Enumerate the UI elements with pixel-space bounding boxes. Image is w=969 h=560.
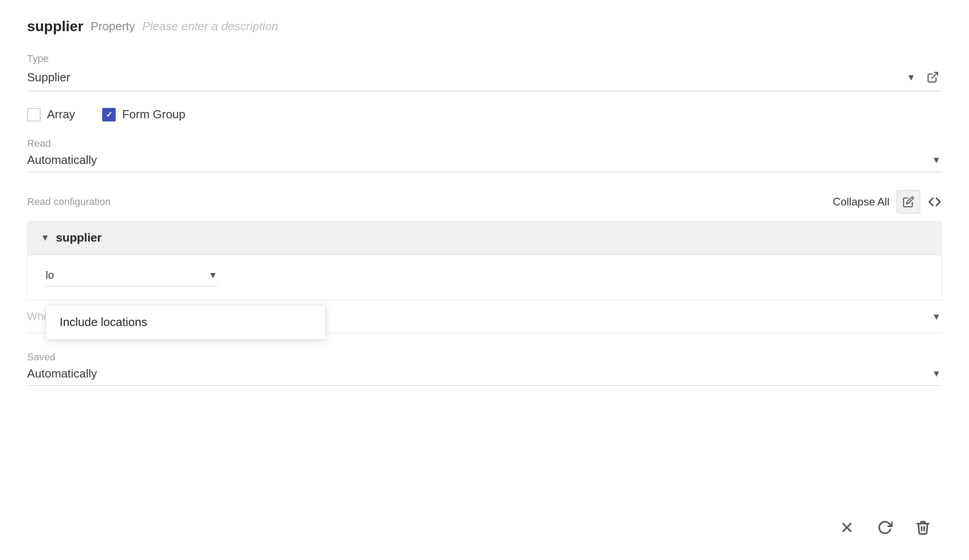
saved-chevron-icon[interactable]: ▼	[931, 369, 942, 379]
type-chevron-icon[interactable]: ▼	[906, 72, 917, 83]
include-dropdown-field[interactable]: ▼	[46, 269, 217, 286]
form-group-checkbox-box[interactable]	[102, 108, 116, 121]
refresh-button[interactable]	[875, 518, 895, 537]
read-config-actions: Collapse All	[833, 190, 942, 214]
array-checkbox-label: Array	[47, 107, 75, 121]
include-locations-option[interactable]: Include locations	[46, 305, 325, 339]
header-property: Property	[90, 19, 135, 33]
saved-section: Saved Automatically ▼	[27, 351, 942, 386]
read-config-header: Read configuration Collapse All	[27, 190, 942, 214]
type-section: Type Supplier ▼	[27, 53, 942, 91]
read-select-row[interactable]: Automatically ▼	[27, 153, 942, 172]
read-config-label: Read configuration	[27, 196, 111, 208]
bottom-actions	[837, 518, 933, 537]
saved-select-row[interactable]: Automatically ▼	[27, 367, 942, 386]
checkboxes-row: Array Form Group	[27, 107, 942, 121]
type-label: Type	[27, 53, 942, 65]
close-button[interactable]	[837, 518, 857, 537]
code-toggle-button[interactable]	[927, 195, 942, 209]
tree-chevron-icon[interactable]: ▼	[41, 233, 50, 243]
delete-button[interactable]	[913, 518, 933, 537]
include-dropdown-arrow[interactable]: ▼	[208, 270, 217, 280]
svg-line-0	[932, 73, 938, 79]
header-description: Please enter a description	[142, 19, 278, 33]
supplier-tree: ▼ supplier ▼ Include locations	[27, 221, 942, 300]
type-select-row: Supplier ▼	[27, 68, 942, 91]
dropdown-suggestion: Include locations	[46, 305, 326, 340]
external-link-icon[interactable]	[924, 68, 942, 86]
saved-value: Automatically	[27, 367, 931, 381]
read-label: Read	[27, 138, 942, 149]
form-group-checkbox[interactable]: Form Group	[102, 107, 185, 121]
read-chevron-icon[interactable]: ▼	[931, 155, 942, 166]
when-read-chevron-icon[interactable]: ▼	[931, 311, 942, 322]
page-title: supplier	[27, 18, 83, 35]
supplier-tree-header: ▼ supplier	[27, 221, 942, 255]
supplier-tree-body: ▼ Include locations	[27, 255, 942, 300]
supplier-tree-title: supplier	[56, 231, 102, 245]
saved-label: Saved	[27, 351, 942, 363]
collapse-all-button[interactable]: Collapse All	[833, 196, 889, 208]
array-checkbox[interactable]: Array	[27, 107, 75, 121]
page-header: supplier Property Please enter a descrip…	[27, 18, 942, 35]
form-group-checkbox-label: Form Group	[122, 107, 185, 121]
edit-icon-button[interactable]	[897, 190, 920, 214]
include-input[interactable]	[46, 269, 208, 281]
read-value: Automatically	[27, 153, 931, 167]
read-section: Read Automatically ▼	[27, 138, 942, 172]
array-checkbox-box[interactable]	[27, 108, 41, 121]
type-value: Supplier	[27, 70, 906, 84]
